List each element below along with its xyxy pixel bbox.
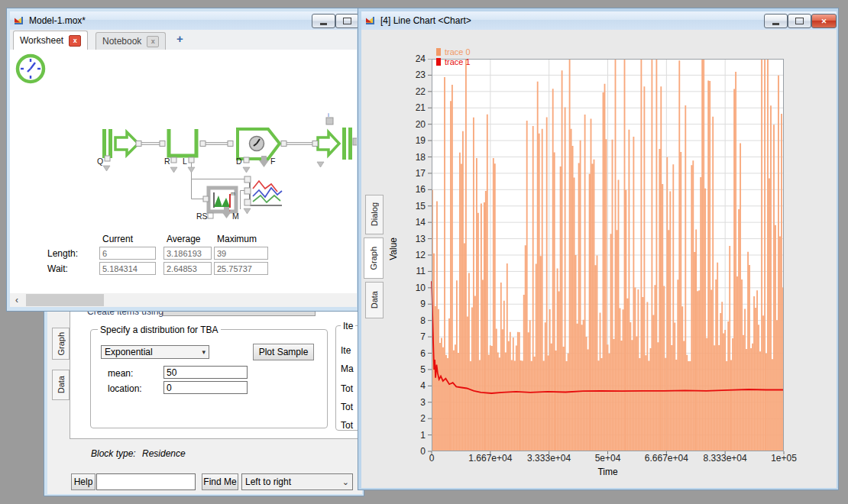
block-label-i: i (328, 111, 329, 118)
y-tick-label: 12 (386, 250, 426, 260)
desktop: { "model_window": { "title": "Model-1.mo… (0, 0, 848, 504)
block-dialog-window: Graph Data Create items using: Specify a… (44, 292, 364, 496)
stats-header-maximum: Maximum (217, 234, 257, 244)
distribution-value: Exponential (105, 347, 153, 357)
scrollbar-thumb[interactable] (26, 294, 104, 306)
stats-row-label: Wait: (47, 263, 68, 274)
y-tick-label: 10 (386, 283, 426, 293)
chart-window: [4] Line Chart <Chart> ✕ Dialog Graph Da… (358, 8, 839, 490)
maximize-button[interactable] (788, 14, 811, 28)
worksheet-canvas[interactable]: m v (10, 50, 357, 293)
find-input[interactable] (96, 473, 196, 490)
svg-text:m: m (231, 191, 235, 196)
legend-label: trace 0 (445, 47, 471, 57)
wait-maximum-field[interactable] (214, 262, 268, 275)
y-tick-label: 9 (386, 299, 426, 309)
y-tick-label: 7 (386, 331, 426, 342)
dialog-tab-data-label: Data (57, 376, 66, 393)
legend-swatch-icon (436, 58, 441, 66)
y-tick-label: 21 (386, 102, 426, 113)
minimize-button[interactable] (312, 14, 335, 28)
length-average-field[interactable] (163, 247, 212, 260)
direction-dropdown[interactable]: Left to right ⌄ (241, 473, 353, 490)
y-tick-label: 18 (386, 152, 426, 163)
y-tick-label: 11 (386, 266, 426, 276)
tab-notebook-label: Notebook (102, 36, 141, 47)
items-label: Tot (341, 420, 353, 431)
stats-header-current: Current (102, 234, 133, 244)
y-tick-label: 17 (386, 168, 426, 179)
mean-field[interactable] (163, 366, 248, 379)
close-button[interactable]: ✕ (811, 14, 837, 28)
y-tick-label: 24 (386, 53, 426, 64)
chart-tab-graph[interactable]: Graph (364, 237, 384, 279)
y-tick-label: 23 (386, 69, 426, 80)
tab-notebook[interactable]: Notebook x (95, 32, 166, 50)
new-tab-button[interactable]: + (176, 32, 183, 45)
queue-block[interactable] (169, 129, 196, 156)
x-axis-ticks: 01.667e+043.333e+045e+046.667e+048.333e+… (358, 453, 840, 465)
legend-swatch-icon (436, 48, 441, 56)
find-me-button[interactable]: Find Me (202, 473, 238, 490)
exit-block[interactable] (318, 118, 357, 160)
chevron-down-icon: ▾ (202, 348, 206, 356)
close-icon[interactable]: x (147, 36, 159, 47)
y-tick-label: 8 (386, 315, 426, 326)
chart-tab-data[interactable]: Data (365, 282, 384, 318)
app-logo-icon (364, 15, 376, 27)
plotter-block[interactable] (250, 178, 282, 205)
dialog-tab-graph[interactable]: Graph (52, 328, 70, 360)
help-button[interactable]: Help (71, 473, 95, 490)
y-tick-label: 4 (386, 380, 426, 391)
chart-titlebar[interactable]: [4] Line Chart <Chart> ✕ (361, 11, 837, 30)
horizontal-scrollbar[interactable]: ‹ (10, 293, 357, 307)
model-titlebar[interactable]: Model-1.mox* (10, 11, 357, 30)
y-tick-label: 6 (386, 348, 426, 359)
y-tick-label: 19 (386, 135, 426, 146)
dialog-tab-graph-label: Graph (57, 332, 66, 356)
stats-row-label: Length: (47, 248, 78, 259)
executive-block[interactable] (18, 56, 44, 82)
close-icon[interactable]: x (69, 35, 81, 47)
wait-average-field[interactable] (163, 262, 212, 275)
app-logo-icon (13, 15, 24, 27)
block-label-l: L (183, 157, 187, 166)
y-axis-ticks: 0123456789101112131415161718192021222324 (386, 8, 426, 491)
maximize-button[interactable] (335, 14, 359, 28)
legend-label: trace 1 (445, 57, 471, 66)
model-window: Model-1.mox* Worksheet x Notebook x + (6, 8, 359, 312)
location-label: location: (108, 383, 142, 394)
chart-tab-graph-label: Graph (369, 247, 378, 270)
minimize-button[interactable] (764, 14, 788, 28)
block-label-r: R (164, 157, 170, 166)
scroll-left-button[interactable]: ‹ (10, 293, 24, 307)
tab-worksheet[interactable]: Worksheet x (13, 31, 88, 50)
block-label-rs: RS (196, 212, 208, 221)
chart-tab-dialog[interactable]: Dialog (365, 195, 384, 234)
block-label-m: M (232, 212, 239, 221)
stats-header-average: Average (167, 234, 200, 244)
items-group-title: Ite (341, 321, 355, 331)
mean-variance-block[interactable]: m v (209, 188, 236, 214)
items-label: Tot (341, 383, 353, 394)
model-tabbar: Worksheet x Notebook x + (10, 30, 357, 50)
model-diagram: m v (10, 50, 357, 233)
mean-label: mean: (108, 368, 133, 379)
y-tick-label: 13 (386, 234, 426, 244)
items-label: Ite (341, 345, 351, 356)
location-field[interactable] (163, 381, 248, 394)
create-block[interactable] (102, 129, 138, 158)
wait-current-field[interactable] (99, 262, 156, 275)
dialog-tab-data[interactable]: Data (52, 370, 70, 400)
activity-block[interactable] (238, 129, 280, 159)
y-tick-label: 14 (386, 217, 426, 228)
tba-group-title: Specify a distribution for TBA (98, 325, 221, 335)
x-tick-label: 1e+05 (749, 453, 818, 464)
y-tick-label: 1 (386, 430, 426, 441)
length-current-field[interactable] (99, 247, 156, 260)
find-me-label: Find Me (203, 477, 236, 487)
plot-sample-button[interactable]: Plot Sample (253, 344, 314, 360)
x-axis-label: Time (432, 467, 784, 477)
distribution-dropdown[interactable]: Exponential ▾ (101, 345, 209, 359)
length-maximum-field[interactable] (214, 247, 268, 260)
